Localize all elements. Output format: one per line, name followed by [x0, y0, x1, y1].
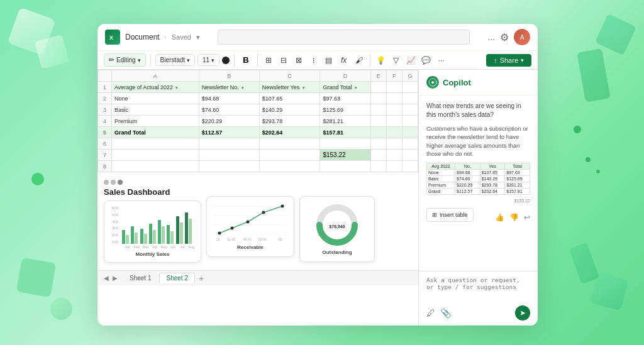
x-jul: Jul: [178, 245, 187, 249]
row-3-header: 3: [98, 104, 112, 116]
line-chart-svg: 20 31-45 46-60 60-90 90: [213, 203, 289, 241]
image-icon[interactable]: 📎: [440, 308, 451, 318]
col-a-header[interactable]: A: [112, 70, 199, 82]
font-dropdown[interactable]: ▾: [187, 57, 190, 63]
separator-3: [257, 54, 258, 67]
pivot-col-b[interactable]: Newsletter No. ▾: [199, 82, 259, 93]
chart-icon[interactable]: ⊠: [292, 54, 305, 67]
grand-total-no[interactable]: $112.57: [199, 127, 259, 138]
bar-group-mar: [140, 229, 148, 244]
title-bar: X Document · Saved ▾ ... ⚙ A: [97, 24, 538, 51]
premium-label[interactable]: Premium: [112, 116, 199, 127]
pivot-col-c[interactable]: Newsletter Yes ▾: [259, 82, 320, 93]
y-label-1: 100: [112, 240, 118, 244]
monthly-sales-label: Monthly Sales: [109, 251, 196, 257]
bar-group-may: [158, 220, 166, 244]
insert-table-button[interactable]: ⊞ Insert table: [426, 208, 474, 222]
col-g-header[interactable]: G: [402, 70, 418, 82]
dot-3: [118, 180, 123, 185]
copy-button[interactable]: ↩: [524, 213, 530, 222]
basic-label[interactable]: Basic: [112, 104, 199, 116]
attachment-icon[interactable]: 🖊: [426, 308, 435, 318]
nav-left-icon[interactable]: ◀: [103, 275, 110, 282]
font-size-button[interactable]: 11 ▾: [197, 54, 219, 66]
font-family-button[interactable]: Bierstadt ▾: [155, 54, 195, 66]
copilot-body: What new trends are we seeing in this mo…: [419, 96, 538, 271]
send-icon: ➤: [519, 309, 526, 317]
row-2-header: 2: [98, 93, 112, 104]
search-input[interactable]: [218, 30, 470, 45]
svg-point-19: [431, 81, 434, 84]
premium-total[interactable]: $281.21: [320, 116, 370, 127]
copilot-input[interactable]: [426, 277, 530, 295]
paint-icon[interactable]: 🖌: [353, 54, 365, 67]
svg-text:60-90: 60-90: [258, 238, 267, 241]
grand-total-val[interactable]: $157.81: [320, 127, 370, 138]
grand-total-yes[interactable]: $202.64: [259, 127, 320, 138]
col-f-header[interactable]: F: [386, 70, 402, 82]
copilot-question: What new trends are we seeing in this mo…: [426, 102, 530, 119]
chat-icon[interactable]: 💬: [420, 54, 433, 67]
saved-label: Saved: [172, 33, 191, 41]
basic-yes[interactable]: $140.29: [259, 104, 320, 116]
nav-right-icon[interactable]: ▶: [111, 275, 119, 282]
column-icon[interactable]: ⫶: [308, 54, 320, 67]
basic-total[interactable]: $125.69: [320, 104, 370, 116]
doc-title: Document: [125, 33, 160, 41]
table-icon[interactable]: ⊟: [277, 54, 290, 67]
insert-table-label: Insert table: [440, 212, 468, 218]
formula-icon[interactable]: fx: [338, 54, 350, 67]
color-picker[interactable]: [222, 57, 230, 64]
bold-button[interactable]: B: [239, 54, 252, 66]
share-button[interactable]: ↑ Share ▾: [486, 54, 531, 67]
bar-group-jul: [176, 216, 184, 244]
insert-table-row: ⊞ Insert table 👍 👎 ↩: [426, 208, 530, 227]
bar-jun-2: [170, 231, 174, 244]
more-icon[interactable]: ···: [435, 54, 448, 67]
grid-icon[interactable]: ⊞: [262, 54, 275, 67]
pivot-col-g: [402, 82, 418, 93]
premium-no[interactable]: $220.29: [199, 116, 259, 127]
bulb-icon[interactable]: 💡: [375, 54, 387, 67]
pivot-col-e: [370, 82, 386, 93]
dropdown-arrow[interactable]: ▾: [196, 33, 200, 41]
none-total[interactable]: $97.63: [320, 93, 370, 104]
monthly-sales-card: Sales Dashboard 600 500 400 300 200 100: [104, 176, 201, 266]
col-e-header[interactable]: E: [370, 70, 386, 82]
share-dropdown[interactable]: ▾: [521, 57, 524, 63]
sheet-2-tab[interactable]: Sheet 2: [159, 273, 194, 283]
col-d-header[interactable]: D: [320, 70, 370, 82]
col-b-header[interactable]: B: [199, 70, 259, 82]
basic-no[interactable]: $74.60: [199, 104, 259, 116]
spreadsheet: A B C D E F G 1 Average of Actual 2022 ▾…: [97, 70, 418, 326]
add-sheet-button[interactable]: +: [196, 273, 206, 283]
form-icon[interactable]: ▤: [323, 54, 335, 67]
settings-icon[interactable]: ⚙: [500, 31, 509, 43]
line-chart-icon[interactable]: 📈: [405, 54, 418, 67]
size-dropdown[interactable]: ▾: [211, 57, 214, 63]
editing-dropdown[interactable]: ▾: [138, 57, 141, 63]
highlighted-value[interactable]: $153.22: [320, 150, 370, 161]
premium-yes[interactable]: $293.78: [259, 116, 320, 127]
mini-th-1: Avg 2022: [427, 163, 455, 170]
grand-total-label[interactable]: Grand Total: [112, 127, 199, 138]
thumbs-up-button[interactable]: 👍: [495, 213, 504, 222]
copilot-icon: [426, 76, 439, 89]
filter-icon[interactable]: ▽: [390, 54, 402, 67]
send-button[interactable]: ➤: [515, 305, 530, 320]
none-label[interactable]: None: [112, 93, 199, 104]
ribbon: ✏ Editing ▾ Bierstadt ▾ 11 ▾ B ⊞ ⊟ ⊠ ⫶ ▤…: [97, 51, 538, 70]
thumbs-down-button[interactable]: 👎: [509, 213, 519, 222]
editing-button[interactable]: ✏ Editing ▾: [104, 53, 146, 67]
more-options-icon[interactable]: ...: [487, 32, 495, 42]
col-c-header[interactable]: C: [259, 70, 320, 82]
sheet-1-tab[interactable]: Sheet 1: [123, 273, 158, 283]
none-yes[interactable]: $107.65: [259, 93, 320, 104]
none-no[interactable]: $94.68: [199, 93, 259, 104]
avatar[interactable]: A: [514, 29, 530, 45]
pivot-col-a[interactable]: Average of Actual 2022 ▾: [112, 82, 199, 93]
table-row: 6: [98, 138, 418, 150]
font-label: Bierstadt: [160, 57, 185, 63]
pivot-col-d[interactable]: Grand Total ▾: [320, 82, 370, 93]
bar-mar-1: [140, 229, 143, 244]
